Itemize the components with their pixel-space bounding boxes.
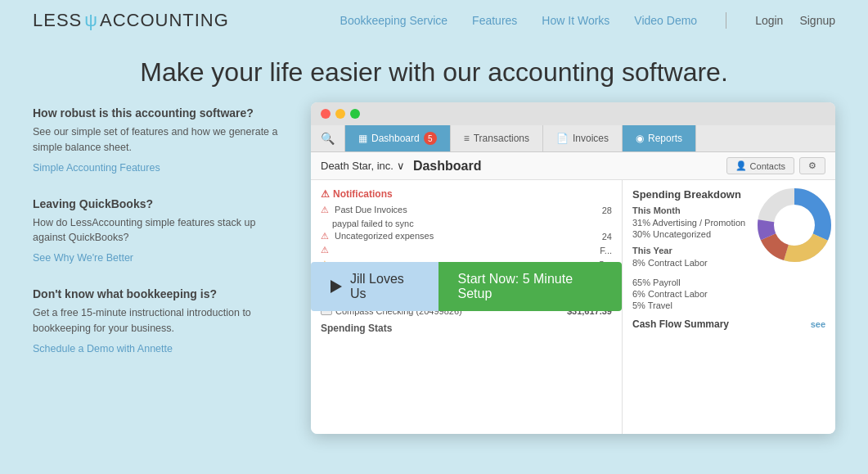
breakdown-this-year-4: 5% Travel (632, 300, 825, 310)
svg-point-5 (780, 210, 809, 240)
notification-row-2: ⚠ Uncategorized expenses 24 (321, 231, 612, 242)
tab-invoices[interactable]: 📄 Invoices (543, 125, 623, 151)
window-minimize-dot[interactable] (335, 109, 345, 119)
nav-auth: Login Signup (755, 14, 835, 27)
invoices-icon: 📄 (556, 133, 569, 144)
start-now-label: Start Now: 5 Minute Setup (458, 272, 602, 301)
dashboard-icon: ▦ (358, 133, 367, 144)
dashboard-badge: 5 (424, 132, 437, 145)
warning-icon: ⚠ (321, 188, 330, 200)
tab-search[interactable]: 🔍 (311, 125, 345, 151)
nav-divider (726, 12, 726, 29)
spending-stats-title: Spending Stats (321, 323, 612, 334)
main-content: How robust is this accounting software? … (0, 102, 868, 434)
header: LESS ψ ACCOUNTING Bookkeeping Service Fe… (0, 0, 868, 41)
tab-transactions[interactable]: ≡ Transactions (451, 125, 543, 151)
notification-count-2: 24 (602, 232, 612, 242)
toolbar-right: 👤 Contacts ⚙ (726, 157, 825, 174)
app-body: ⚠ Notifications ⚠ Past Due Invoices 28 p… (311, 180, 835, 434)
signup-link[interactable]: Signup (799, 14, 835, 27)
sidebar-body-robust: See our simple set of features and how w… (33, 124, 286, 156)
sidebar-heading-bookkeeping: Don't know what bookkeeping is? (33, 287, 286, 300)
hero-heading: Make your life easier with our accountin… (33, 57, 835, 88)
sidebar-link-robust[interactable]: Simple Accounting Features (33, 162, 160, 174)
sidebar-link-bookkeeping[interactable]: Schedule a Demo with Annette (33, 343, 173, 354)
warning-icon-0: ⚠ (321, 205, 329, 214)
person-icon: 👤 (735, 160, 747, 171)
sidebar-body-bookkeeping: Get a free 15-minute instructional intro… (33, 305, 286, 336)
notifications-section: ⚠ Notifications (321, 188, 612, 200)
cash-flow-title-text: Cash Flow Summary (632, 318, 729, 330)
logo-icon: ψ (84, 10, 97, 31)
app-page-title: Dashboard (413, 159, 482, 174)
hero-section: Make your life easier with our accountin… (0, 41, 868, 102)
tab-reports-label: Reports (648, 133, 682, 144)
sidebar-section-quickbooks: Leaving QuickBooks? How do LessAccountin… (33, 197, 286, 265)
nav-bookkeeping[interactable]: Bookkeeping Service (340, 14, 448, 27)
notifications-title-text: Notifications (333, 188, 393, 200)
app-right-panel: Spending Breakdown This Month 31% Advert… (623, 180, 835, 434)
sidebar-heading-robust: How robust is this accounting software? (33, 106, 286, 120)
donut-chart (753, 184, 835, 266)
contacts-label: Contacts (750, 161, 785, 171)
notification-row-0: ⚠ Past Due Invoices 28 (321, 205, 612, 215)
main-nav: Bookkeeping Service Features How It Work… (340, 12, 835, 29)
tab-dashboard[interactable]: ▦ Dashboard 5 (345, 125, 451, 151)
contacts-button[interactable]: 👤 Contacts (726, 157, 794, 174)
play-icon (331, 280, 342, 293)
chevron-down-icon: ∨ (397, 160, 405, 172)
tab-dashboard-label: Dashboard (371, 133, 420, 144)
app-left-panel: ⚠ Notifications ⚠ Past Due Invoices 28 p… (311, 180, 623, 434)
logo-text-right: ACCOUNTING (100, 10, 229, 31)
start-now-button[interactable]: Start Now: 5 Minute Setup (438, 262, 622, 311)
tab-transactions-label: Transactions (474, 133, 529, 144)
notification-paypal: paypal failed to sync (332, 219, 612, 228)
sidebar-section-bookkeeping: Don't know what bookkeeping is? Get a fr… (33, 287, 286, 355)
app-window: 🔍 ▦ Dashboard 5 ≡ Transactions 📄 Invoice… (311, 102, 835, 434)
sidebar-body-quickbooks: How do LessAccounting simple features st… (33, 215, 286, 246)
company-name-text: Death Star, inc. (321, 160, 394, 172)
company-name: Death Star, inc. ∨ (321, 160, 405, 172)
sidebar-link-quickbooks[interactable]: See Why We're Better (33, 252, 133, 264)
cash-flow-see-link[interactable]: see (811, 319, 825, 329)
breakdown-this-year-3: 6% Contract Labor (632, 289, 825, 299)
notification-row-extra: ⚠ F... (321, 245, 612, 255)
warning-icon-2: ⚠ (321, 231, 329, 241)
warning-icon-extra: ⚠ (321, 245, 329, 255)
window-close-dot[interactable] (321, 109, 331, 119)
notification-text-0: Past Due Invoices (335, 205, 407, 214)
sidebar-heading-quickbooks: Leaving QuickBooks? (33, 197, 286, 210)
window-expand-dot[interactable] (350, 109, 360, 119)
breakdown-this-year-2: 65% Payroll (632, 278, 825, 287)
notification-text-2: Uncategorized expenses (335, 231, 434, 241)
nav-features[interactable]: Features (472, 14, 517, 27)
logo: LESS ψ ACCOUNTING (33, 10, 229, 31)
breakdown-this-year-1 (632, 269, 825, 276)
login-link[interactable]: Login (755, 14, 783, 27)
gear-icon: ⚙ (808, 160, 816, 171)
sidebar: How robust is this accounting software? … (33, 102, 286, 434)
app-toolbar: Death Star, inc. ∨ Dashboard 👤 Contacts … (311, 152, 835, 180)
jill-loves-us-label: Jill Loves Us (350, 272, 419, 301)
transactions-icon: ≡ (464, 133, 470, 144)
tab-reports[interactable]: ◉ Reports (623, 125, 696, 151)
window-titlebar (311, 102, 835, 125)
settings-button[interactable]: ⚙ (799, 157, 825, 174)
notification-text-extra: F... (600, 246, 612, 255)
tab-invoices-label: Invoices (573, 133, 609, 144)
cash-flow-section: Cash Flow Summary see (632, 318, 825, 330)
sidebar-section-robust: How robust is this accounting software? … (33, 106, 286, 174)
nav-video-demo[interactable]: Video Demo (634, 14, 697, 27)
logo-text-left: LESS (33, 10, 82, 31)
overlay: Jill Loves Us Start Now: 5 Minute Setup (311, 262, 622, 311)
nav-how-it-works[interactable]: How It Works (542, 14, 609, 27)
notification-count-0: 28 (602, 205, 612, 215)
donut-chart-container (753, 184, 835, 269)
app-tabs: 🔍 ▦ Dashboard 5 ≡ Transactions 📄 Invoice… (311, 125, 835, 152)
jill-loves-us-button[interactable]: Jill Loves Us (311, 262, 438, 311)
reports-icon: ◉ (636, 133, 644, 144)
